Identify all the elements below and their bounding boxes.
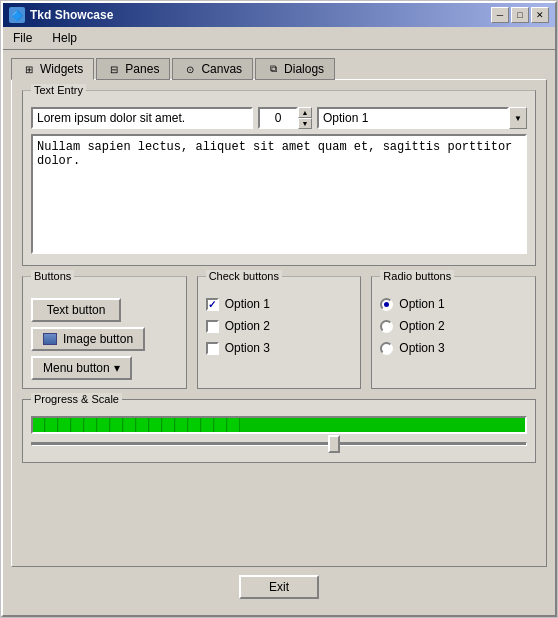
check-option-1-label: Option 1 [225,297,270,311]
spinbox-input[interactable] [258,107,298,129]
image-button-icon [43,333,57,345]
check-buttons-label: Check buttons [206,270,282,282]
window-title: Tkd Showcase [30,8,113,22]
exit-button[interactable]: Exit [239,575,319,599]
title-bar-left: 🔷 Tkd Showcase [9,7,113,23]
spinbox-wrap: ▲ ▼ [258,107,312,129]
radio-option-2-label: Option 2 [399,319,444,333]
main-panel: Text Entry ▲ ▼ ▼ Nullam sap [11,79,547,567]
radio-option-1-row: Option 1 [380,293,527,315]
main-text-input[interactable] [31,107,253,129]
slider-track[interactable] [31,442,527,446]
menu-button-label: Menu button [43,361,110,375]
menu-button-wrap: Menu button ▾ [31,356,132,380]
title-buttons: ─ □ ✕ [491,7,549,23]
spin-down-button[interactable]: ▼ [298,118,312,129]
checkbox-option-3[interactable] [206,342,219,355]
panes-tab-icon: ⊟ [107,62,121,76]
menu-bar: File Help [3,27,555,50]
tab-bar: ⊞ Widgets ⊟ Panes ⊙ Canvas ⧉ Dialogs [11,58,547,80]
progress-section: Progress & Scale [22,399,536,463]
checkbox-option-2[interactable] [206,320,219,333]
close-button[interactable]: ✕ [531,7,549,23]
maximize-button[interactable]: □ [511,7,529,23]
radio-option-3-row: Option 3 [380,337,527,359]
check-buttons-section: Check buttons Option 1 Option 2 Option 3 [197,276,362,389]
tab-widgets-label: Widgets [40,62,83,76]
title-bar: 🔷 Tkd Showcase ─ □ ✕ [3,3,555,27]
radio-buttons-label: Radio buttons [380,270,454,282]
text-area[interactable]: Nullam sapien lectus, aliquet sit amet q… [31,134,527,254]
bottom-sections: Buttons Text button Image button Menu bu… [22,276,536,389]
image-button[interactable]: Image button [31,327,145,351]
slider-thumb[interactable] [328,435,340,453]
buttons-section: Buttons Text button Image button Menu bu… [22,276,187,389]
menu-file[interactable]: File [7,29,38,47]
main-window: 🔷 Tkd Showcase ─ □ ✕ File Help ⊞ Widgets… [1,1,557,617]
text-entry-row: ▲ ▼ ▼ [31,107,527,129]
combobox-wrap: ▼ [317,107,527,129]
app-icon: 🔷 [9,7,25,23]
progress-bar-fill [33,418,525,432]
check-option-3-label: Option 3 [225,341,270,355]
text-entry-label: Text Entry [31,84,86,96]
progress-bar-container [31,416,527,434]
radio-option-2-row: Option 2 [380,315,527,337]
dialogs-tab-icon: ⧉ [266,62,280,76]
check-option-2-label: Option 2 [225,319,270,333]
radio-buttons-section: Radio buttons Option 1 Option 2 Option 3 [371,276,536,389]
tab-canvas-label: Canvas [201,62,242,76]
radio-option-1-label: Option 1 [399,297,444,311]
button-row: Text button Image button Menu button ▾ [31,293,178,380]
tab-panes[interactable]: ⊟ Panes [96,58,170,80]
menu-help[interactable]: Help [46,29,83,47]
menu-button-arrow: ▾ [114,361,120,375]
text-button[interactable]: Text button [31,298,121,322]
tab-panes-label: Panes [125,62,159,76]
spin-up-button[interactable]: ▲ [298,107,312,118]
tab-dialogs[interactable]: ⧉ Dialogs [255,58,335,80]
tab-canvas[interactable]: ⊙ Canvas [172,58,253,80]
content-area: ⊞ Widgets ⊟ Panes ⊙ Canvas ⧉ Dialogs Tex… [3,50,555,615]
checkbox-option-1[interactable] [206,298,219,311]
radio-option-3[interactable] [380,342,393,355]
tab-widgets[interactable]: ⊞ Widgets [11,58,94,80]
widgets-tab-icon: ⊞ [22,62,36,76]
check-option-2-row: Option 2 [206,315,353,337]
menu-button[interactable]: Menu button ▾ [31,356,132,380]
combo-input[interactable] [317,107,509,129]
progress-section-label: Progress & Scale [31,393,122,405]
radio-option-3-label: Option 3 [399,341,444,355]
check-option-3-row: Option 3 [206,337,353,359]
exit-row: Exit [11,567,547,607]
spinbox-buttons: ▲ ▼ [298,107,312,129]
minimize-button[interactable]: ─ [491,7,509,23]
text-entry-section: Text Entry ▲ ▼ ▼ Nullam sap [22,90,536,266]
buttons-section-label: Buttons [31,270,74,282]
combo-dropdown-button[interactable]: ▼ [509,107,527,129]
radio-option-1[interactable] [380,298,393,311]
image-button-label: Image button [63,332,133,346]
tab-dialogs-label: Dialogs [284,62,324,76]
canvas-tab-icon: ⊙ [183,62,197,76]
radio-option-2[interactable] [380,320,393,333]
check-option-1-row: Option 1 [206,293,353,315]
